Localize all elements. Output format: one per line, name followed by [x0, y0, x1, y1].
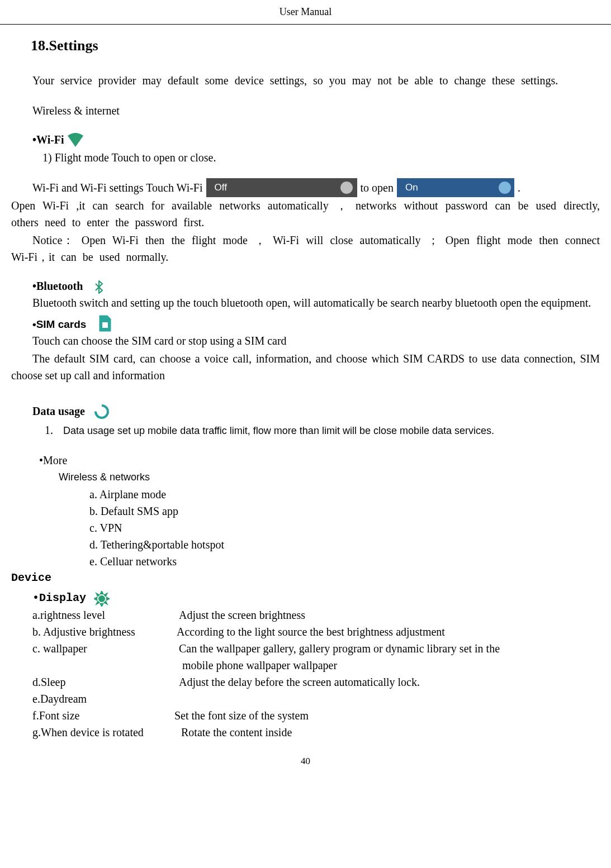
sim-line2: The default SIM card, can choose a voice… [11, 350, 600, 384]
page-content: 18.Settings Your service provider may de… [0, 35, 611, 741]
display-bullet: •Display [11, 590, 600, 607]
data-usage-text: Data usage set up mobile data traffic li… [63, 423, 494, 438]
display-row-c2: mobile phone wallpaper wallpaper [32, 657, 600, 674]
section-title: 18.Settings [31, 35, 600, 56]
sim-line1: Touch can choose the SIM card or stop us… [11, 332, 600, 349]
wifi-icon [67, 132, 84, 148]
display-row-f: f.Font size Set the font size of the sys… [32, 707, 600, 724]
to-open-text: to open [361, 179, 394, 196]
display-row-a: a.rightness level Adjust the screen brig… [32, 607, 600, 623]
display-label: •Display [32, 590, 86, 607]
display-table: a.rightness level Adjust the screen brig… [11, 607, 600, 741]
more-list: a. Airplane mode b. Default SMS app c. V… [11, 486, 600, 570]
wifi-settings-text: Wi-Fi and Wi-Fi settings Touch Wi-Fi [32, 179, 203, 196]
more-subheading: Wireless & networks [11, 470, 600, 485]
display-row-d: d.Sleep Adjust the delay before the scre… [32, 674, 600, 690]
wifi-notice: Notice： Open Wi-Fi then the flight mode … [11, 232, 600, 265]
bluetooth-icon [92, 280, 106, 294]
list-num: 1. [45, 422, 53, 438]
more-b: b. Default SMS app [11, 503, 600, 519]
svg-rect-0 [102, 322, 108, 328]
datausage-label: Data usage [32, 403, 85, 419]
data-usage-item: 1. Data usage set up mobile data traffic… [11, 422, 600, 438]
wifi-cont: Open Wi-Fi ,it can search for available … [11, 197, 600, 231]
display-icon [94, 591, 110, 607]
sim-icon [96, 314, 113, 332]
data-usage-icon [94, 404, 110, 419]
display-row-b: b. Adjustive brightness According to the… [32, 623, 600, 640]
display-row-c: c. wallpaper Can the wallpaper gallery, … [32, 640, 600, 657]
bluetooth-label: •Bluetooth [32, 278, 83, 294]
display-row-g: g.When device is rotated Rotate the cont… [32, 724, 600, 741]
more-d: d. Tethering&portable hotspot [11, 536, 600, 553]
wifi-label: •Wi-Fi [32, 131, 64, 148]
intro-para: Your service provider may default some d… [11, 72, 600, 89]
svg-point-2 [98, 595, 105, 602]
wifi-settings-line: Wi-Fi and Wi-Fi settings Touch Wi-Fi Off… [11, 178, 600, 197]
wifi-toggle-on: On [397, 178, 514, 197]
sim-bullet: •SIM cards [11, 314, 600, 332]
device-heading: Device [11, 570, 600, 586]
more-label: •More [11, 452, 600, 469]
wifi-toggle-off: Off [206, 178, 357, 197]
datausage-bullet: Data usage [11, 403, 600, 419]
more-e: e. Celluar networks [11, 553, 600, 570]
display-row-e: e.Daydream [32, 690, 600, 707]
bluetooth-text: Bluetooth switch and setting up the touc… [11, 294, 600, 311]
wifi-bullet: •Wi-Fi [11, 131, 600, 148]
more-a: a. Airplane mode [11, 486, 600, 503]
bluetooth-bullet: •Bluetooth [11, 278, 600, 294]
svg-point-1 [96, 406, 108, 418]
sim-label: •SIM cards [32, 317, 86, 333]
wireless-heading: Wireless & internet [11, 102, 600, 119]
flight-mode-item: 1) Flight mode Touch to open or close. [11, 149, 600, 166]
page-number: 40 [0, 754, 611, 769]
document-header: User Manual [0, 0, 611, 25]
period: . [518, 179, 520, 196]
more-c: c. VPN [11, 519, 600, 536]
